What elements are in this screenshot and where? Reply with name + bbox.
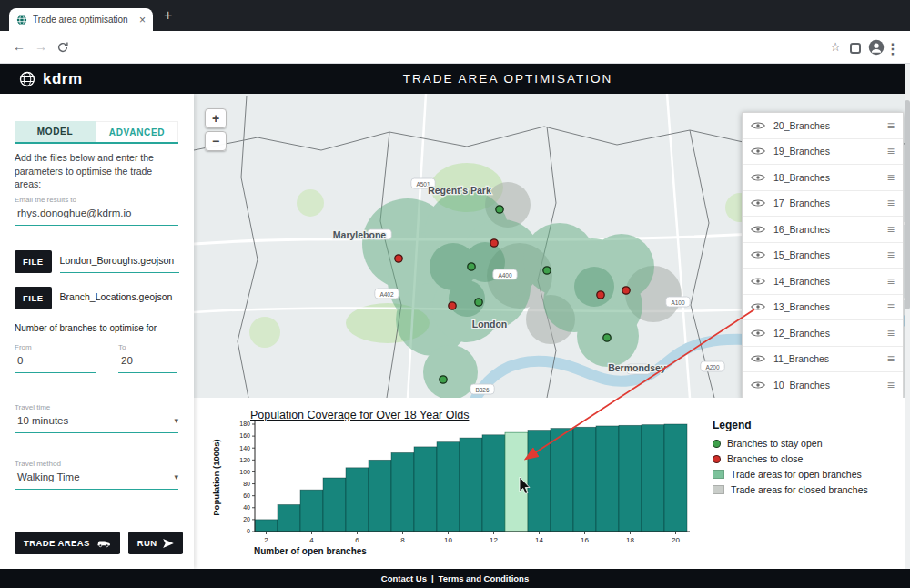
bar[interactable]: [596, 426, 619, 532]
bar[interactable]: [369, 460, 391, 532]
branches-file-row: FILE Branch_Locations.geojson: [15, 287, 179, 309]
boroughs-file-button[interactable]: FILE: [15, 250, 52, 273]
zoom-in-button[interactable]: +: [205, 108, 227, 128]
visibility-eye-icon[interactable]: [751, 121, 765, 130]
branch-close-marker[interactable]: [449, 302, 456, 309]
layer-menu-icon[interactable]: ≡: [887, 170, 895, 185]
layer-item-11_Branches[interactable]: 11_Branches≡: [743, 347, 903, 373]
bar[interactable]: [278, 505, 300, 532]
layer-menu-icon[interactable]: ≡: [887, 222, 895, 237]
branch-close-marker[interactable]: [597, 291, 604, 299]
browser-tab[interactable]: Trade area optimisation ×: [9, 8, 153, 31]
layer-item-19_Branches[interactable]: 19_Branches≡: [743, 139, 903, 166]
bar[interactable]: [346, 468, 369, 532]
bar[interactable]: [391, 452, 414, 532]
layer-menu-icon[interactable]: ≡: [887, 118, 895, 133]
legend-square-swatch: [713, 470, 724, 479]
x-tick-label: 14: [535, 536, 543, 544]
visibility-eye-icon[interactable]: [751, 380, 765, 390]
layer-label: 16_Branches: [774, 224, 887, 235]
visibility-eye-icon[interactable]: [751, 225, 765, 234]
scrollbar-thumb[interactable]: [905, 100, 910, 309]
layer-menu-icon[interactable]: ≡: [887, 196, 895, 210]
layer-item-12_Branches[interactable]: 12_Branches≡: [743, 320, 903, 347]
browser-menu-icon[interactable]: ⋮: [885, 40, 900, 57]
bar[interactable]: [437, 442, 460, 532]
from-input[interactable]: 0: [15, 355, 96, 373]
layer-item-10_Branches[interactable]: 10_Branches≡: [743, 372, 903, 399]
forward-icon[interactable]: →: [35, 39, 47, 54]
bar[interactable]: [528, 431, 551, 532]
branches-file-button[interactable]: FILE: [15, 287, 52, 309]
layer-menu-icon[interactable]: ≡: [887, 351, 895, 366]
layer-item-18_Branches[interactable]: 18_Branches≡: [743, 165, 903, 191]
layer-item-13_Branches[interactable]: 13_Branches≡: [743, 295, 903, 321]
reload-icon[interactable]: [56, 41, 69, 54]
visibility-eye-icon[interactable]: [751, 354, 765, 363]
bar[interactable]: [619, 425, 642, 532]
layer-item-16_Branches[interactable]: 16_Branches≡: [743, 217, 903, 243]
bar[interactable]: [323, 478, 346, 532]
layer-menu-icon[interactable]: ≡: [887, 326, 895, 340]
layer-menu-icon[interactable]: ≡: [887, 144, 895, 158]
branch-open-marker[interactable]: [440, 376, 447, 383]
x-tick-label: 16: [581, 536, 589, 544]
profile-avatar[interactable]: [868, 39, 885, 56]
branch-close-marker[interactable]: [395, 255, 402, 262]
trade-areas-button[interactable]: TRADE AREAS: [15, 532, 120, 554]
zoom-out-button[interactable]: −: [205, 131, 227, 151]
bar[interactable]: [573, 427, 596, 532]
email-label: Email the results to: [15, 196, 178, 204]
layer-item-20_Branches[interactable]: 20_Branches≡: [743, 113, 903, 139]
new-tab-button[interactable]: +: [164, 7, 172, 24]
map-zoom-control: + −: [205, 108, 227, 154]
layer-menu-icon[interactable]: ≡: [887, 274, 895, 289]
bar[interactable]: [300, 490, 323, 532]
to-field: To 20: [118, 343, 177, 373]
bar[interactable]: [664, 424, 687, 532]
layer-item-15_Branches[interactable]: 15_Branches≡: [743, 243, 903, 269]
visibility-eye-icon[interactable]: [751, 302, 765, 311]
run-button[interactable]: RUN: [128, 532, 184, 554]
bar[interactable]: [482, 435, 505, 532]
brand-logo[interactable]: kdrm: [18, 64, 83, 94]
branch-close-marker[interactable]: [490, 239, 498, 247]
travel-time-select[interactable]: 10 minutes▾: [15, 415, 178, 433]
map-canvas[interactable]: B413A402A501A400A201A200B326A100Marylebo…: [194, 94, 910, 398]
chart-panel: Population Coverage for Over 18 Year Old…: [194, 398, 910, 569]
branch-open-marker[interactable]: [603, 334, 611, 341]
layer-menu-icon[interactable]: ≡: [887, 378, 895, 392]
travel-method-select[interactable]: Walking Time▾: [15, 471, 178, 490]
terms-link[interactable]: Terms and Conditions: [439, 573, 530, 583]
branch-open-marker[interactable]: [475, 299, 482, 306]
branch-open-marker[interactable]: [496, 206, 503, 213]
bar[interactable]: [642, 425, 664, 532]
extension-icon[interactable]: [850, 43, 861, 54]
branch-close-marker[interactable]: [622, 287, 630, 294]
bar[interactable]: [414, 447, 437, 532]
email-input[interactable]: rhys.donoghue@kdrm.io: [15, 208, 178, 226]
contact-us-link[interactable]: Contact Us: [381, 573, 427, 583]
back-icon[interactable]: ←: [13, 39, 25, 54]
to-input[interactable]: 20: [118, 355, 177, 373]
bar[interactable]: [460, 438, 482, 532]
tab-model[interactable]: MODEL: [15, 121, 96, 142]
visibility-eye-icon[interactable]: [751, 329, 765, 338]
layer-menu-icon[interactable]: ≡: [887, 299, 895, 314]
bar[interactable]: [551, 429, 573, 532]
visibility-eye-icon[interactable]: [751, 198, 765, 208]
layer-item-17_Branches[interactable]: 17_Branches≡: [743, 191, 903, 218]
tab-advanced[interactable]: ADVANCED: [96, 121, 178, 142]
visibility-eye-icon[interactable]: [751, 277, 765, 286]
visibility-eye-icon[interactable]: [751, 250, 765, 259]
visibility-eye-icon[interactable]: [751, 147, 765, 156]
tab-close-icon[interactable]: ×: [139, 14, 146, 26]
bar[interactable]: [255, 520, 278, 532]
branch-open-marker[interactable]: [468, 263, 475, 270]
bookmark-star-icon[interactable]: ☆: [830, 40, 841, 54]
layer-menu-icon[interactable]: ≡: [887, 248, 895, 262]
layer-item-14_Branches[interactable]: 14_Branches≡: [743, 269, 903, 295]
branch-open-marker[interactable]: [543, 267, 551, 274]
bar-highlighted[interactable]: [505, 432, 528, 532]
visibility-eye-icon[interactable]: [751, 173, 765, 182]
